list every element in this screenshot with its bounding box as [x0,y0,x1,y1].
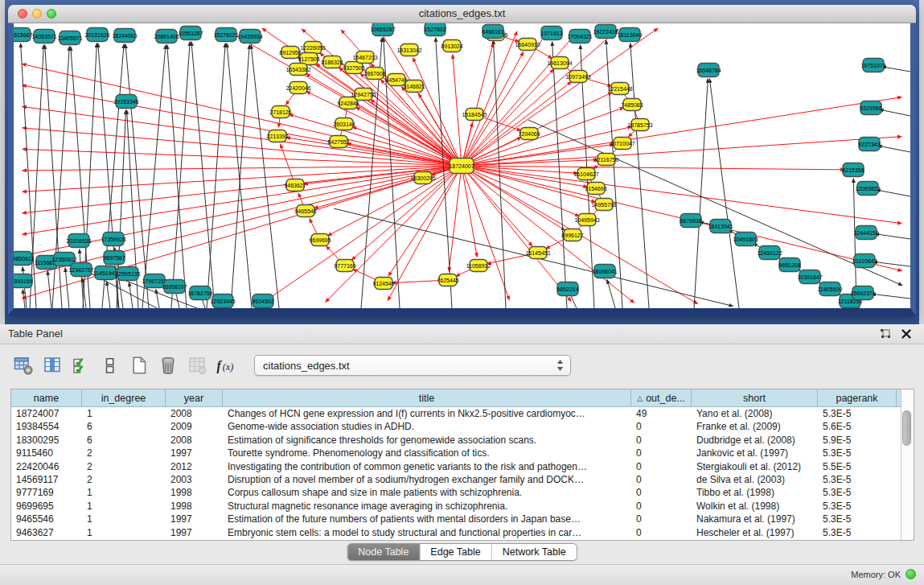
citation-edge-black[interactable] [494,40,507,308]
citation-edge-black[interactable] [191,42,215,308]
selected-node[interactable]: 8996127 [561,229,583,241]
citation-edge-red[interactable] [462,31,517,166]
citation-edge-black[interactable] [231,45,249,308]
node[interactable]: 12923445 [210,295,235,308]
row-selection-icon[interactable] [69,354,93,377]
selected-node[interactable]: 15467213 [352,51,377,64]
function-builder-icon[interactable]: f(x) [214,354,238,377]
node[interactable]: 16648784 [696,64,721,77]
citation-edge-black[interactable] [880,109,910,116]
column-header-short[interactable]: short [692,389,818,406]
selected-node[interactable]: 9777169 [334,260,355,272]
node[interactable]: 12444150 [853,226,878,240]
node[interactable]: 17004321 [567,30,592,43]
citation-edge-black[interactable] [552,42,567,308]
node[interactable]: 18244003 [112,29,137,43]
table-row[interactable]: 1830029562008Estimation of significance … [11,434,901,447]
citation-edge-red[interactable] [23,166,462,277]
node[interactable]: 9852214 [556,282,578,296]
tab-edge-table[interactable]: Edge Table [420,544,491,560]
rows-icon[interactable] [98,354,122,377]
citation-edge-black[interactable] [872,294,910,299]
node[interactable]: 15276021 [213,28,238,42]
column-header-year[interactable]: year [166,389,223,406]
citation-edge-red[interactable] [352,127,462,166]
selected-node[interactable]: 7625445 [437,274,458,286]
citation-edge-black[interactable] [878,146,910,152]
selected-node[interactable]: 7204069 [518,128,540,140]
selected-node[interactable]: 16543382 [285,64,310,76]
selected-node[interactable]: 15145451 [525,247,550,259]
selected-node[interactable]: 11058912 [466,260,491,272]
float-window-icon[interactable] [879,328,892,340]
selected-node[interactable]: 8186328 [321,56,343,68]
node[interactable]: 18413041 [708,220,733,233]
selected-node[interactable]: 2213392 [266,130,288,142]
table-scrollbar[interactable] [901,389,914,540]
citation-edge-black[interactable] [607,280,615,308]
selected-node[interactable]: 10495943 [574,214,599,226]
selected-node[interactable]: 8427552 [327,136,349,148]
selected-node[interactable]: 10973493 [565,71,590,83]
node[interactable]: 11805500 [818,282,843,296]
selected-node[interactable]: 12116750 [594,154,619,166]
citation-edge-black[interactable] [528,120,902,286]
node[interactable]: 12450122 [757,246,782,260]
node[interactable]: 19751074 [860,59,885,72]
node[interactable]: 10491603 [733,233,758,246]
column-header-title[interactable]: title [223,389,631,406]
selected-node[interactable]: 22420046 [285,82,310,94]
selected-node[interactable]: 9154693 [585,183,606,195]
table-row[interactable]: 911546021997Tourette syndrome. Phenomeno… [11,447,901,459]
network-graph-svg[interactable]: 1872400712226058891295891275051654338281… [14,23,910,308]
node[interactable]: 14053571 [31,30,56,43]
column-header-pagerank[interactable]: pagerank [818,389,897,406]
close-button[interactable] [18,9,27,19]
selected-node[interactable]: 12226058 [300,42,325,54]
selected-node[interactable]: 10710047 [610,138,634,150]
citation-edge-black[interactable] [873,262,910,266]
node[interactable]: 12505135 [115,267,140,281]
node[interactable]: 16958107 [162,280,187,294]
new-document-icon[interactable] [127,354,151,377]
node[interactable]: 19615667 [14,28,33,42]
node[interactable]: 9897587 [103,251,125,265]
citation-edge-black[interactable] [107,282,111,308]
selected-node[interactable]: 9463627 [284,179,306,192]
selected-node[interactable]: 7485083 [621,99,643,111]
selected-node[interactable]: 8913024 [441,40,462,52]
table-row[interactable]: 946554611997Estimation of the future num… [11,513,901,525]
node[interactable]: 10210643 [852,254,877,268]
citation-edge-red[interactable] [462,166,587,187]
citation-edge-black[interactable] [694,79,708,308]
node[interactable]: 9679938 [680,214,701,228]
column-chooser-icon[interactable] [40,354,64,377]
citation-edge-black[interactable] [80,249,84,308]
citation-edge-black[interactable] [709,79,739,308]
node[interactable]: 12342757 [68,263,93,277]
node[interactable]: 19222416 [593,25,618,39]
column-header-in_degree[interactable]: in_degree [82,389,166,406]
table-row[interactable]: 1938455462009Genome-wide association stu… [11,420,901,433]
selected-node[interactable]: 18300295 [410,172,435,184]
citation-edge-black[interactable] [630,43,649,308]
node[interactable]: 9227343 [858,138,880,151]
hub-node[interactable]: 18724007 [449,159,474,174]
selected-node[interactable]: 9699695 [309,234,331,246]
selected-node[interactable]: 12215448 [607,83,632,95]
network-canvas[interactable]: 1872400712226058891295891275051654338281… [8,23,916,315]
close-icon[interactable] [900,328,913,340]
citation-edge-black[interactable] [142,45,166,308]
table-row[interactable]: 1872400712008Changes of HCN gene express… [11,407,901,420]
node[interactable]: 17359928 [101,233,125,246]
node[interactable]: 10655287 [370,23,395,36]
node[interactable]: 9393159 [14,274,33,288]
citation-edge-black[interactable] [877,190,910,196]
table-settings-icon[interactable] [11,354,35,377]
citation-edge-black[interactable] [167,45,187,308]
selected-node[interactable]: 15184545 [462,109,487,121]
table-row[interactable]: 977716911998Corpus callosum shape and si… [11,486,901,499]
table-row[interactable]: 1456911722003Disruption of a novel membe… [11,473,901,486]
node[interactable]: 10553287 [178,27,203,40]
table-row[interactable]: 2242004622012Investigating the contribut… [11,460,901,473]
